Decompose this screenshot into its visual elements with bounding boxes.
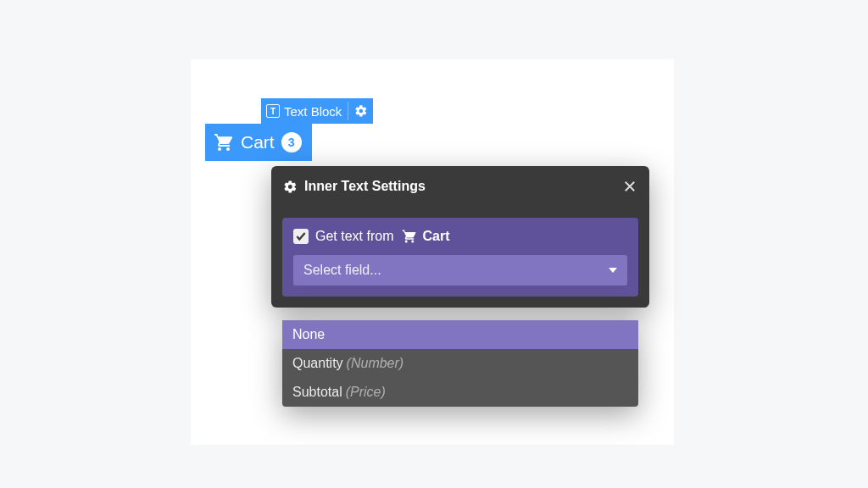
option-label: Subtotal [292, 385, 342, 400]
cart-label: Cart [241, 132, 275, 152]
cart-icon [214, 132, 234, 152]
get-text-from-row[interactable]: Get text from Cart [293, 229, 627, 244]
cart-element[interactable]: Cart 3 [205, 124, 312, 161]
panel-body: Get text from Cart Select field... [271, 207, 649, 308]
gear-icon [283, 180, 298, 194]
separator [348, 102, 348, 120]
option-type: (Number) [347, 356, 404, 371]
chevron-down-icon [609, 266, 617, 274]
field-dropdown: None Quantity (Number) Subtotal (Price) [282, 320, 638, 407]
cart-count: 3 [288, 136, 295, 149]
option-label: Quantity [292, 356, 343, 371]
text-icon: T [266, 104, 280, 118]
option-type: (Price) [346, 385, 386, 400]
cart-icon [402, 229, 417, 244]
source-name: Cart [422, 229, 449, 244]
inner-text-settings-panel: Inner Text Settings Get text from Cart [271, 166, 649, 308]
dropdown-item-subtotal[interactable]: Subtotal (Price) [282, 378, 638, 407]
cart-count-badge: 3 [281, 132, 302, 152]
check-icon [295, 230, 307, 242]
gear-icon[interactable] [354, 104, 368, 118]
checkbox-checked[interactable] [293, 229, 309, 244]
source-card: Get text from Cart Select field... [282, 218, 638, 297]
field-select[interactable]: Select field... [293, 255, 627, 286]
panel-title: Inner Text Settings [304, 179, 426, 194]
panel-header: Inner Text Settings [271, 166, 649, 207]
dropdown-item-quantity[interactable]: Quantity (Number) [282, 349, 638, 378]
svg-marker-2 [609, 268, 617, 273]
text-block-label-text: Text Block [284, 104, 342, 119]
dropdown-item-none[interactable]: None [282, 320, 638, 349]
select-placeholder: Select field... [303, 263, 381, 278]
get-text-from-label: Get text from [315, 229, 393, 244]
close-icon[interactable] [622, 179, 637, 194]
option-label: None [292, 327, 325, 342]
text-icon-letter: T [270, 107, 275, 116]
text-block-label[interactable]: T Text Block [261, 98, 373, 124]
